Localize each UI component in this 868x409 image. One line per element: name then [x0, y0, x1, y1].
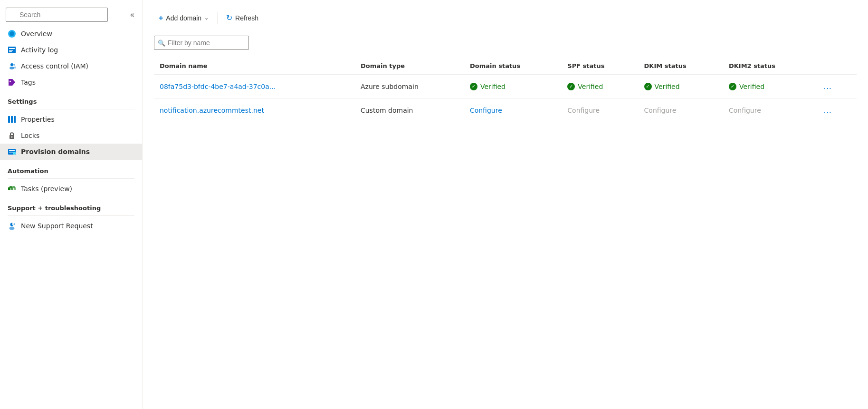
filter-input[interactable]	[154, 36, 249, 50]
refresh-label: Refresh	[235, 14, 258, 22]
sidebar-item-tags[interactable]: Tags	[0, 74, 142, 90]
overview-icon	[8, 29, 16, 38]
provision-icon: ✓	[8, 147, 16, 156]
properties-icon	[8, 115, 16, 124]
sidebar-item-tasks[interactable]: Tasks (preview)	[0, 181, 142, 197]
dkim2-status-configure: Configure	[729, 107, 761, 114]
sidebar-item-iam[interactable]: Access control (IAM)	[0, 58, 142, 74]
sidebar-item-properties[interactable]: Properties	[0, 111, 142, 127]
spf-status-text: Verified	[578, 83, 603, 90]
collapse-button[interactable]: «	[128, 9, 136, 21]
locks-icon	[8, 131, 16, 140]
domain-status-configure[interactable]: Configure	[470, 107, 502, 114]
domain-name-link[interactable]: 08fa75d3-bfdc-4be7-a4ad-37c0a...	[160, 83, 276, 90]
col-domain-status: Domain status	[464, 58, 562, 75]
sidebar-item-provision-domains[interactable]: ✓ Provision domains	[0, 144, 142, 160]
dkim2-status-cell: ✓ Verified	[723, 75, 815, 98]
col-domain-type: Domain type	[355, 58, 464, 75]
activity-icon	[8, 46, 16, 54]
svg-rect-11	[8, 116, 10, 123]
row-more-button[interactable]: …	[820, 80, 836, 92]
svg-point-8	[13, 64, 15, 66]
actions-cell: …	[815, 75, 857, 98]
svg-rect-4	[9, 50, 13, 51]
svg-rect-24	[10, 186, 12, 188]
add-domain-button[interactable]: + Add domain ⌄	[154, 10, 213, 26]
dkim-status-cell: ✓ Verified	[639, 75, 723, 98]
domain-name-link-2[interactable]: notification.azurecommtest.net	[160, 107, 264, 114]
add-icon: +	[159, 14, 163, 22]
table-header-row: Domain name Domain type Domain status SP…	[154, 58, 857, 75]
col-domain-name: Domain name	[154, 58, 355, 75]
toolbar: + Add domain ⌄ ↻ Refresh	[154, 10, 857, 26]
svg-text:✓: ✓	[13, 152, 15, 155]
col-actions	[815, 58, 857, 75]
svg-rect-17	[9, 150, 15, 151]
sidebar-item-label: Access control (IAM)	[21, 62, 88, 70]
dkim-status-text: Verified	[655, 83, 680, 90]
sidebar-item-activity-log[interactable]: Activity log	[0, 42, 142, 58]
domain-name-cell: notification.azurecommtest.net	[154, 98, 355, 122]
verified-check-icon: ✓	[470, 83, 477, 90]
domain-type-cell-2: Custom domain	[355, 98, 464, 122]
svg-point-15	[11, 136, 13, 138]
sidebar-item-label: New Support Request	[21, 222, 93, 230]
table-body: 08fa75d3-bfdc-4be7-a4ad-37c0a... Azure s…	[154, 75, 857, 122]
col-dkim-status: DKIM status	[639, 58, 723, 75]
tasks-icon	[8, 185, 16, 193]
domain-status-text: Verified	[480, 83, 506, 90]
domains-table: Domain name Domain type Domain status SP…	[154, 58, 857, 122]
spf-check-icon: ✓	[567, 83, 575, 90]
sidebar: 🔍 « Overview Activity log	[0, 0, 143, 409]
sidebar-item-label: Overview	[21, 30, 52, 38]
svg-point-1	[10, 31, 14, 36]
dkim2-status-text: Verified	[739, 83, 764, 90]
support-icon: +	[8, 222, 16, 230]
svg-rect-18	[9, 152, 13, 153]
sidebar-search-row: 🔍 «	[0, 4, 142, 26]
settings-divider	[8, 109, 134, 109]
svg-point-10	[10, 81, 11, 82]
sidebar-item-label: Tasks (preview)	[21, 185, 72, 193]
actions-cell-2: …	[815, 98, 857, 122]
support-divider	[8, 215, 134, 216]
domain-name-cell: 08fa75d3-bfdc-4be7-a4ad-37c0a...	[154, 75, 355, 98]
tags-icon	[8, 78, 16, 87]
dkim-check-icon: ✓	[644, 83, 652, 90]
row-more-button-2[interactable]: …	[820, 104, 836, 116]
domain-type-cell: Azure subdomain	[355, 75, 464, 98]
dkim-status-configure: Configure	[644, 107, 677, 114]
spf-status-verified: ✓ Verified	[567, 83, 632, 90]
svg-rect-5	[9, 51, 12, 52]
add-domain-label: Add domain	[166, 14, 201, 22]
sidebar-item-locks[interactable]: Locks	[0, 127, 142, 144]
dkim-status-verified: ✓ Verified	[644, 83, 717, 90]
spf-status-configure: Configure	[567, 107, 600, 114]
sidebar-item-label: Tags	[21, 78, 36, 86]
dkim2-status-verified: ✓ Verified	[729, 83, 809, 90]
svg-point-27	[10, 227, 15, 230]
refresh-button[interactable]: ↻ Refresh	[221, 10, 263, 26]
settings-section-header: Settings	[0, 90, 142, 107]
svg-text:+: +	[13, 222, 15, 225]
spf-status-cell: ✓ Verified	[562, 75, 638, 98]
toolbar-separator	[217, 12, 218, 24]
domain-status-cell: ✓ Verified	[464, 75, 562, 98]
svg-point-6	[10, 63, 13, 66]
support-section-header: Support + troubleshooting	[0, 197, 142, 214]
search-input[interactable]	[6, 8, 108, 22]
refresh-icon: ↻	[226, 13, 232, 22]
sidebar-item-label: Activity log	[21, 46, 58, 54]
chevron-down-icon: ⌄	[204, 15, 209, 21]
svg-point-7	[10, 67, 14, 69]
domain-status-cell-2: Configure	[464, 98, 562, 122]
spf-status-cell-2: Configure	[562, 98, 638, 122]
table-header: Domain name Domain type Domain status SP…	[154, 58, 857, 75]
sidebar-item-label: Locks	[21, 132, 39, 139]
sidebar-item-overview[interactable]: Overview	[0, 26, 142, 42]
sidebar-item-new-support[interactable]: + New Support Request	[0, 218, 142, 234]
svg-rect-25	[12, 186, 15, 188]
automation-divider	[8, 178, 134, 179]
automation-section-header: Automation	[0, 160, 142, 176]
svg-rect-3	[9, 48, 15, 49]
